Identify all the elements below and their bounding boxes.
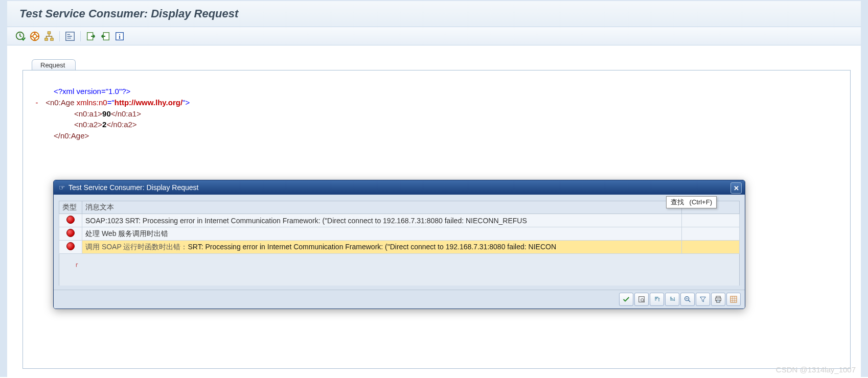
filter-button[interactable] — [696, 293, 710, 306]
toolbar-separator — [59, 31, 60, 41]
page-title: Test Service Consumer: Display Request — [19, 7, 238, 20]
message-text: 处理 Web 服务调用时出错 — [82, 227, 682, 241]
hierarchy-icon[interactable] — [43, 30, 55, 42]
spare-cell — [682, 241, 740, 254]
sort-desc-button[interactable] — [665, 293, 679, 306]
dialog-title-text: Test Service Consumer: Display Request — [68, 183, 198, 192]
svg-rect-14 — [716, 296, 720, 298]
table-row[interactable]: SOAP:1023 SRT: Processing error in Inter… — [59, 214, 740, 227]
error-icon — [59, 214, 82, 227]
xml-root-open: <n0:Age — [45, 98, 76, 107]
xml-a1-value: 90 — [102, 109, 111, 118]
clock-check-icon[interactable] — [14, 30, 27, 42]
svg-rect-16 — [717, 300, 720, 302]
svg-rect-5 — [51, 38, 54, 40]
title-bar: Test Service Consumer: Display Request — [7, 1, 861, 27]
print-button[interactable] — [711, 293, 725, 306]
svg-point-12 — [641, 299, 644, 301]
table-row[interactable]: 处理 Web 服务调用时出错 — [59, 227, 740, 241]
message-text: 调用 SOAP 运行时函数时出错：SRT: Processing error i… — [82, 241, 682, 254]
ok-button[interactable] — [619, 293, 633, 306]
collapse-toggle-icon[interactable]: - — [33, 97, 40, 108]
message-text: SOAP:1023 SRT: Processing error in Inter… — [82, 214, 682, 227]
error-icon — [59, 241, 82, 254]
svg-rect-3 — [48, 31, 51, 34]
close-icon[interactable]: ✕ — [730, 182, 742, 194]
table-row[interactable]: 调用 SOAP 运行时函数时出错：SRT: Processing error i… — [59, 241, 740, 254]
dialog-button-bar — [54, 290, 745, 309]
find-tooltip: 查找 (Ctrl+F) — [666, 196, 717, 208]
sort-asc-button[interactable] — [650, 293, 664, 306]
export-icon[interactable] — [85, 30, 97, 42]
info-icon[interactable]: i — [113, 30, 126, 42]
xml-source-view[interactable]: <?xml version="1.0"?> - <n0:Age xmlns:n0… — [43, 86, 830, 141]
tab-request[interactable]: Request — [32, 59, 76, 70]
xml-decl-open: <?xml version= — [54, 87, 106, 96]
message-table: 类型 消息文本 SOAP:1023 SRT: Processing error … — [59, 201, 740, 254]
toolbar-separator — [80, 31, 81, 41]
message-dialog: ☞ Test Service Consumer: Display Request… — [53, 180, 745, 309]
lifebuoy-icon[interactable] — [29, 30, 41, 42]
dialog-title-icon: ☞ — [59, 183, 65, 192]
pretty-print-icon[interactable] — [64, 30, 76, 42]
dialog-titlebar[interactable]: ☞ Test Service Consumer: Display Request… — [54, 180, 745, 195]
find-button[interactable] — [680, 293, 695, 306]
spare-cell — [682, 214, 740, 227]
details-button[interactable] — [634, 293, 649, 306]
svg-rect-4 — [45, 38, 48, 40]
col-type-header[interactable]: 类型 — [59, 201, 82, 214]
main-toolbar: i — [7, 27, 861, 45]
dialog-body-spacer: ┌ — [59, 254, 740, 286]
svg-point-2 — [33, 34, 36, 38]
col-message-header[interactable]: 消息文本 — [82, 201, 682, 214]
import-icon[interactable] — [99, 30, 111, 42]
corner-mark-icon: ┌ — [75, 261, 78, 267]
xml-root-close: </n0:Age> — [54, 131, 89, 140]
layout-button[interactable] — [726, 293, 741, 306]
spare-cell — [682, 227, 740, 241]
svg-rect-17 — [730, 296, 737, 302]
tab-strip: Request — [7, 57, 861, 70]
svg-text:i: i — [119, 33, 121, 40]
error-icon — [59, 227, 82, 241]
